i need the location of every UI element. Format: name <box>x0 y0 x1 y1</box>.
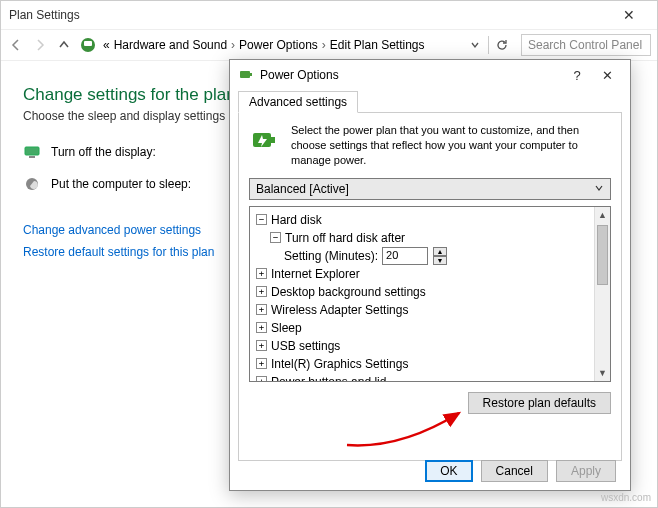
ok-button[interactable]: OK <box>425 460 472 482</box>
breadcrumb-item[interactable]: Power Options <box>239 38 318 52</box>
display-icon <box>23 143 41 161</box>
dialog-title: Power Options <box>260 68 339 82</box>
refresh-icon[interactable] <box>493 36 511 54</box>
tab-advanced-settings[interactable]: Advanced settings <box>238 91 358 113</box>
expand-icon[interactable]: + <box>256 358 267 369</box>
setting-minutes-input[interactable]: 20 <box>382 247 428 265</box>
window-close-icon[interactable]: ✕ <box>609 7 649 23</box>
svg-rect-6 <box>250 73 252 76</box>
collapse-icon[interactable]: − <box>256 214 267 225</box>
expand-icon[interactable]: + <box>256 304 267 315</box>
tree-sleep[interactable]: Sleep <box>271 319 302 337</box>
breadcrumb-item[interactable]: Edit Plan Settings <box>330 38 425 52</box>
svg-rect-2 <box>25 147 39 155</box>
tree-wireless[interactable]: Wireless Adapter Settings <box>271 301 408 319</box>
expand-icon[interactable]: + <box>256 340 267 351</box>
chevron-right-icon: › <box>322 38 326 52</box>
svg-rect-3 <box>29 156 35 158</box>
apply-button[interactable]: Apply <box>556 460 616 482</box>
search-input[interactable]: Search Control Panel <box>521 34 651 56</box>
scroll-down-icon[interactable]: ▼ <box>595 365 610 381</box>
chevron-down-icon <box>594 182 604 196</box>
battery-large-icon <box>249 123 281 155</box>
svg-rect-5 <box>240 71 250 78</box>
separator <box>488 36 489 54</box>
breadcrumb[interactable]: « Hardware and Sound › Power Options › E… <box>103 38 425 52</box>
scroll-thumb[interactable] <box>597 225 608 285</box>
svg-rect-8 <box>271 137 275 143</box>
chevron-down-icon[interactable] <box>466 36 484 54</box>
battery-small-icon <box>238 66 254 85</box>
scroll-up-icon[interactable]: ▲ <box>595 207 610 223</box>
help-button[interactable]: ? <box>562 68 592 83</box>
nav-forward-icon[interactable] <box>31 36 49 54</box>
power-plan-selected: Balanced [Active] <box>256 182 349 196</box>
setting-minutes-label: Setting (Minutes): <box>284 247 378 265</box>
sleep-icon <box>23 175 41 193</box>
breadcrumb-item[interactable]: Hardware and Sound <box>114 38 227 52</box>
power-options-dialog: Power Options ? ✕ Advanced settings Sele… <box>229 59 631 491</box>
nav-up-icon[interactable] <box>55 36 73 54</box>
display-off-label: Turn off the display: <box>51 145 221 159</box>
expand-icon[interactable]: + <box>256 268 267 279</box>
tree-intel[interactable]: Intel(R) Graphics Settings <box>271 355 408 373</box>
tree-power-buttons[interactable]: Power buttons and lid <box>271 373 386 381</box>
dialog-close-icon[interactable]: ✕ <box>592 68 622 83</box>
dialog-intro-text: Select the power plan that you want to c… <box>291 123 611 168</box>
svg-rect-1 <box>84 41 92 46</box>
settings-tree[interactable]: −Hard disk −Turn off hard disk after Set… <box>250 207 594 381</box>
tree-usb[interactable]: USB settings <box>271 337 340 355</box>
spinner-buttons[interactable]: ▲▼ <box>433 247 447 265</box>
chevron-right-icon: › <box>231 38 235 52</box>
cancel-button[interactable]: Cancel <box>481 460 548 482</box>
tree-scrollbar[interactable]: ▲ ▼ <box>594 207 610 381</box>
expand-icon[interactable]: + <box>256 286 267 297</box>
breadcrumb-prefix: « <box>103 38 110 52</box>
restore-plan-defaults-button[interactable]: Restore plan defaults <box>468 392 611 414</box>
tree-desktop-bg[interactable]: Desktop background settings <box>271 283 426 301</box>
sleep-label: Put the computer to sleep: <box>51 177 221 191</box>
expand-icon[interactable]: + <box>256 322 267 333</box>
nav-back-icon[interactable] <box>7 36 25 54</box>
watermark: wsxdn.com <box>601 492 651 503</box>
window-title: Plan Settings <box>9 8 80 22</box>
control-panel-icon <box>79 36 97 54</box>
tree-hard-disk[interactable]: Hard disk <box>271 211 322 229</box>
tree-turn-off-hd[interactable]: Turn off hard disk after <box>285 229 405 247</box>
tree-ie[interactable]: Internet Explorer <box>271 265 360 283</box>
expand-icon[interactable]: + <box>256 376 267 381</box>
power-plan-dropdown[interactable]: Balanced [Active] <box>249 178 611 200</box>
collapse-icon[interactable]: − <box>270 232 281 243</box>
